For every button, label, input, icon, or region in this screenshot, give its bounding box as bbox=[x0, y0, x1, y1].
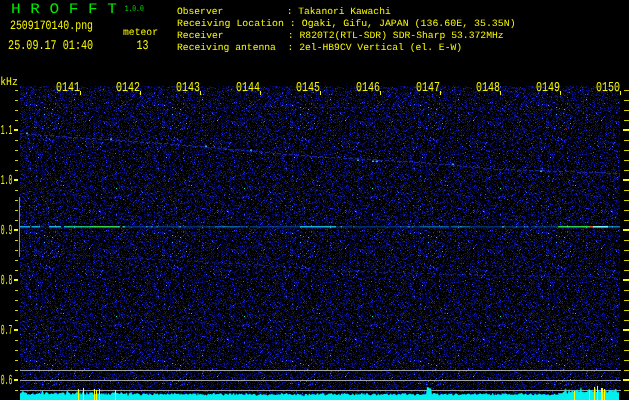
svg-text:H R O F F T: H R O F F T bbox=[11, 2, 117, 18]
svg-text:0150: 0150 bbox=[596, 81, 620, 96]
svg-text:0143: 0143 bbox=[176, 81, 200, 96]
svg-text:13: 13 bbox=[137, 39, 149, 54]
svg-text:25.09.17 01:40: 25.09.17 01:40 bbox=[8, 39, 93, 54]
svg-text:0147: 0147 bbox=[416, 81, 440, 96]
svg-text:0142: 0142 bbox=[116, 81, 140, 96]
svg-text:0141: 0141 bbox=[56, 81, 80, 96]
svg-text:0144: 0144 bbox=[236, 81, 260, 96]
svg-text:kHz: kHz bbox=[0, 76, 18, 89]
svg-text:0149: 0149 bbox=[536, 81, 560, 96]
svg-text:0.7: 0.7 bbox=[1, 324, 13, 339]
svg-text:2509170140.png: 2509170140.png bbox=[10, 18, 93, 33]
svg-text:0.8: 0.8 bbox=[1, 274, 13, 289]
svg-text:0.9: 0.9 bbox=[1, 224, 13, 239]
svg-text:1.0.0: 1.0.0 bbox=[125, 4, 144, 14]
svg-text:Observer : Takanori: Observer : Takanori Kawachi bbox=[177, 6, 391, 17]
svg-text:0.6: 0.6 bbox=[1, 374, 13, 389]
svg-text:0146: 0146 bbox=[356, 81, 380, 96]
svg-text:Receiving Location : Ogaki, Gi: Receiving Location : Ogaki, Gifu, JAPAN … bbox=[177, 18, 516, 29]
svg-text:Receiver : R820T2(RT: Receiver : R820T2(RTL-SDR) SDR-Sharp 53.… bbox=[177, 30, 504, 41]
svg-text:0148: 0148 bbox=[476, 81, 500, 96]
svg-text:1.1: 1.1 bbox=[1, 124, 13, 139]
svg-text:meteor: meteor bbox=[123, 27, 158, 39]
svg-text:1.0: 1.0 bbox=[1, 174, 13, 189]
svg-text:0145: 0145 bbox=[296, 81, 320, 96]
svg-text:Receiving antenna : 2el-HB9CV: Receiving antenna : 2el-HB9CV Vertical (… bbox=[177, 42, 462, 53]
